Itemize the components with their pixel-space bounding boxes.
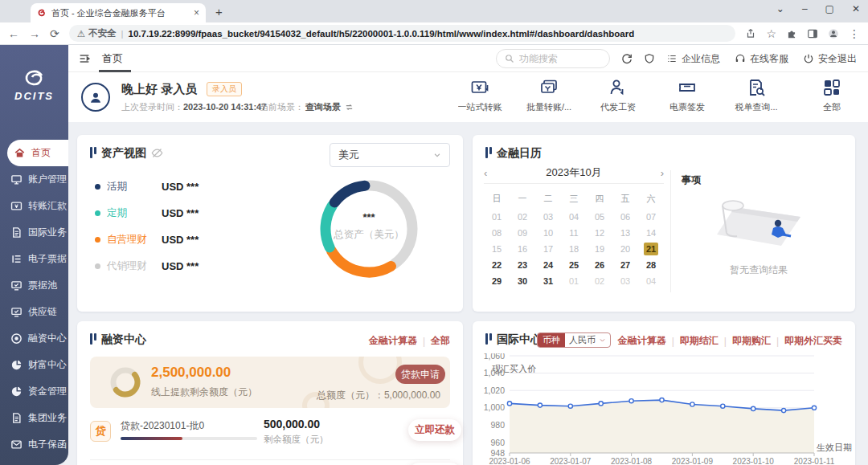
share-icon[interactable] [745,28,756,39]
intl-link-3[interactable]: 即期外汇买卖 [784,334,842,348]
calendar-day[interactable]: 03 [612,276,638,286]
address-bar[interactable]: ⚠ 不安全 | 10.7.19.22:8999/fpaas_bucket/941… [69,25,736,42]
header-menu-label: 企业信息 [682,52,720,66]
sidebar-item-accounts[interactable]: 账户管理 [0,166,68,193]
calendar-day[interactable]: 22 [484,260,510,270]
calendar-day[interactable]: 02 [587,276,612,286]
quick-action-tax-query[interactable]: 税单查询... [731,78,781,113]
calendar-day[interactable]: 19 [587,244,612,254]
search-input[interactable] [519,53,600,64]
intl-link-1[interactable]: 即期结汇 [680,334,719,348]
window-chevron-icon[interactable]: ⌄ [776,3,784,14]
calendar-day[interactable]: 04 [638,276,664,286]
calendar-day[interactable]: 11 [561,228,587,238]
calendar-day[interactable]: 25 [561,260,587,270]
calendar-day[interactable]: 29 [484,276,510,286]
calendar-day-selected[interactable]: 21 [644,243,658,255]
tab-home[interactable]: 首页 [102,51,123,66]
calendar-day[interactable]: 07 [638,212,664,222]
reload-icon[interactable]: ⟳ [50,27,59,40]
calendar-day[interactable]: 15 [484,244,510,254]
bookmark-star-icon[interactable]: ☆ [766,27,776,40]
calendar-day[interactable]: 18 [561,244,587,254]
calendar-day[interactable]: 17 [535,244,561,254]
calendar-day[interactable]: 02 [510,212,535,222]
calendar-day[interactable]: 03 [535,212,561,222]
financing-link-0[interactable]: 金融计算器 [369,334,417,348]
currency-type-select[interactable]: 币种 人民币 [537,332,611,348]
calendar-prev-icon[interactable]: ‹ [484,167,487,179]
loan-apply-button[interactable]: 贷款申请 [395,365,445,384]
loan-progress-bar [121,437,257,440]
intl-link-0[interactable]: 金融计算器 [618,334,666,348]
extensions-icon[interactable] [786,28,797,39]
quick-action-one-stop-transfer[interactable]: 一站式转账 [455,78,505,113]
card-title-bars [485,333,492,345]
hide-balance-icon[interactable] [151,147,163,159]
browser-menu-icon[interactable]: ⋮ [849,27,860,40]
shield-icon[interactable] [644,53,655,64]
quick-action-e-ticket-issue[interactable]: 电票签发 [662,78,712,113]
repay-now-button[interactable]: 立即还款 [408,419,461,441]
calendar-day[interactable]: 13 [612,228,638,238]
calendar-day[interactable]: 30 [510,276,535,286]
calendar-day[interactable]: 01 [484,212,510,222]
calendar-day[interactable]: 31 [535,276,561,286]
quick-action-salary-payment[interactable]: 代发工资 [593,78,643,113]
header-menu-safe-logout[interactable]: 安全退出 [803,52,857,66]
window-minimize-icon[interactable]: – [802,3,808,14]
quick-action-all[interactable]: 全部 [807,78,857,113]
side-panel-icon[interactable] [807,28,818,39]
calendar-day[interactable]: 24 [535,260,561,270]
quick-action-label: 一站式转账 [458,101,502,113]
sidebar-item-supply-chain[interactable]: 供应链 [0,299,68,325]
sidebar-item-international[interactable]: 国际业务 [0,219,68,246]
switch-scene-icon[interactable] [345,103,354,112]
forward-icon[interactable]: → [29,27,40,40]
currency-selected-value: 美元 [338,148,359,162]
calendar-day[interactable]: 08 [484,228,510,238]
new-tab-icon[interactable]: + [215,5,223,18]
collapse-sidebar-icon[interactable] [78,52,91,65]
currency-select[interactable]: 美元 [330,143,450,167]
browser-tab[interactable]: 首页 - 企业综合金融服务平台 × [31,3,206,22]
calendar-next-icon[interactable]: › [661,167,664,179]
sidebar-item-financing[interactable]: 融资中心 [0,325,68,352]
intl-link-2[interactable]: 即期购汇 [732,334,771,348]
header-menu-online-service[interactable]: 在线客服 [735,52,788,66]
financing-link-1[interactable]: 全部 [431,334,450,348]
calendar-day[interactable]: 06 [612,212,638,222]
window-close-icon[interactable]: ✕ [852,3,860,14]
header-menu-enterprise-info[interactable]: 企业信息 [666,52,720,66]
avatar[interactable] [81,83,110,112]
not-secure-warning-icon[interactable]: ⚠ 不安全 [77,27,117,39]
profile-avatar-icon[interactable] [828,28,839,39]
sidebar-item-transfer[interactable]: 转账汇款 [0,193,68,219]
calendar-day[interactable]: 14 [638,228,664,238]
calendar-day[interactable]: 10 [535,228,561,238]
sidebar-item-guarantee[interactable]: 电子保函 [0,431,68,458]
sidebar-item-home[interactable]: 首页 [7,140,68,166]
calendar-day[interactable]: 01 [561,276,587,286]
back-icon[interactable]: ← [8,27,19,40]
window-maximize-icon[interactable]: ▢ [825,3,834,14]
calendar-day[interactable]: 26 [587,260,612,270]
calendar-day[interactable]: 12 [587,228,612,238]
calendar-day[interactable]: 20 [612,244,638,254]
function-search[interactable] [496,49,610,68]
sidebar-item-bill-pool[interactable]: 票据池 [0,272,68,299]
calendar-day[interactable]: 05 [587,212,612,222]
sidebar-item-wealth[interactable]: 财富中心 [0,352,68,378]
sidebar-item-group[interactable]: 集团业务 [0,405,68,431]
sidebar-item-e-bill[interactable]: 电子票据 [0,246,68,272]
calendar-day[interactable]: 04 [561,212,587,222]
tab-close-icon[interactable]: × [194,8,199,18]
quick-action-batch-transfer[interactable]: 批量转账/... [524,78,574,113]
refresh-icon[interactable] [621,53,633,64]
calendar-day[interactable]: 16 [510,244,535,254]
calendar-day[interactable]: 28 [638,260,664,270]
calendar-day[interactable]: 09 [510,228,535,238]
calendar-day[interactable]: 23 [510,260,535,270]
calendar-day[interactable]: 27 [612,260,638,270]
sidebar-item-funds[interactable]: 资金管理 [0,378,68,405]
